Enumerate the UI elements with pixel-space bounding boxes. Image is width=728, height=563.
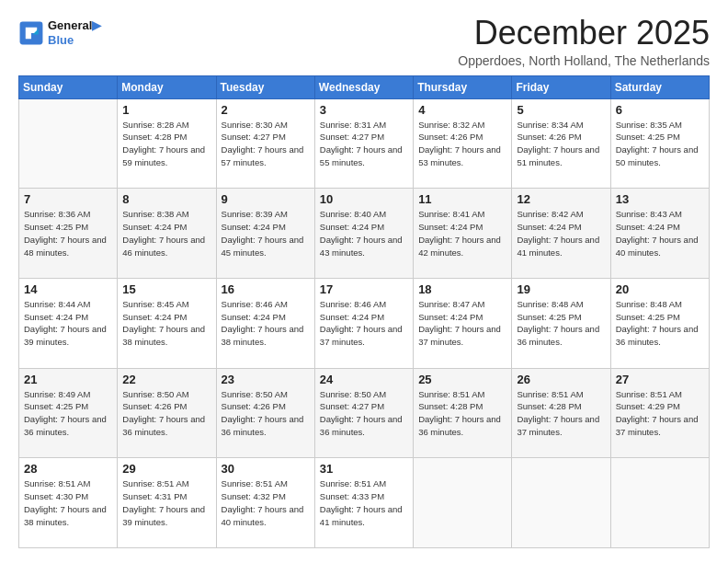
day-info: Sunrise: 8:39 AM Sunset: 4:24 PM Dayligh… (222, 208, 310, 259)
col-thursday: Thursday (414, 75, 512, 98)
header-row: Sunday Monday Tuesday Wednesday Thursday… (19, 75, 710, 98)
day-number: 10 (320, 192, 408, 206)
table-row: 25Sunrise: 8:51 AM Sunset: 4:28 PM Dayli… (414, 368, 512, 458)
day-number: 14 (24, 282, 112, 296)
day-number: 17 (320, 282, 408, 296)
day-number: 11 (418, 192, 506, 206)
day-number: 7 (24, 192, 112, 206)
table-row: 4Sunrise: 8:32 AM Sunset: 4:26 PM Daylig… (414, 98, 512, 189)
day-number: 23 (222, 373, 310, 386)
day-number: 26 (517, 373, 605, 386)
day-number: 9 (222, 192, 310, 206)
logo-icon (18, 20, 44, 46)
day-info: Sunrise: 8:40 AM Sunset: 4:24 PM Dayligh… (320, 208, 408, 259)
table-row: 13Sunrise: 8:43 AM Sunset: 4:24 PM Dayli… (610, 189, 709, 279)
table-row: 31Sunrise: 8:51 AM Sunset: 4:33 PM Dayli… (314, 458, 413, 548)
day-number: 12 (517, 192, 605, 206)
month-title: December 2025 (458, 15, 710, 52)
table-row: 5Sunrise: 8:34 AM Sunset: 4:26 PM Daylig… (512, 98, 610, 189)
col-saturday: Saturday (610, 75, 709, 98)
day-number: 25 (418, 373, 506, 386)
day-info: Sunrise: 8:46 AM Sunset: 4:24 PM Dayligh… (222, 298, 310, 349)
day-info: Sunrise: 8:48 AM Sunset: 4:25 PM Dayligh… (517, 298, 605, 349)
table-row: 19Sunrise: 8:48 AM Sunset: 4:25 PM Dayli… (512, 278, 610, 368)
table-row: 18Sunrise: 8:47 AM Sunset: 4:24 PM Dayli… (414, 278, 512, 368)
day-number: 22 (122, 373, 210, 386)
day-number: 29 (122, 462, 210, 476)
table-row: 28Sunrise: 8:51 AM Sunset: 4:30 PM Dayli… (19, 458, 118, 548)
table-row: 24Sunrise: 8:50 AM Sunset: 4:27 PM Dayli… (314, 368, 413, 458)
table-row: 30Sunrise: 8:51 AM Sunset: 4:32 PM Dayli… (216, 458, 314, 548)
day-info: Sunrise: 8:35 AM Sunset: 4:25 PM Dayligh… (616, 119, 704, 169)
table-row: 22Sunrise: 8:50 AM Sunset: 4:26 PM Dayli… (118, 368, 216, 458)
table-row (512, 458, 610, 548)
logo-text: General▶ Blue (48, 18, 101, 47)
day-info: Sunrise: 8:46 AM Sunset: 4:24 PM Dayligh… (320, 298, 408, 349)
table-row: 1Sunrise: 8:28 AM Sunset: 4:28 PM Daylig… (118, 98, 216, 189)
day-info: Sunrise: 8:51 AM Sunset: 4:29 PM Dayligh… (616, 388, 704, 439)
col-friday: Friday (512, 75, 610, 98)
day-number: 28 (24, 462, 112, 476)
table-row: 12Sunrise: 8:42 AM Sunset: 4:24 PM Dayli… (512, 189, 610, 279)
table-row: 27Sunrise: 8:51 AM Sunset: 4:29 PM Dayli… (610, 368, 709, 458)
day-number: 4 (418, 103, 506, 117)
calendar: Sunday Monday Tuesday Wednesday Thursday… (18, 75, 710, 548)
table-row: 16Sunrise: 8:46 AM Sunset: 4:24 PM Dayli… (216, 278, 314, 368)
table-row: 21Sunrise: 8:49 AM Sunset: 4:25 PM Dayli… (19, 368, 118, 458)
day-info: Sunrise: 8:51 AM Sunset: 4:32 PM Dayligh… (222, 477, 310, 528)
day-info: Sunrise: 8:51 AM Sunset: 4:31 PM Dayligh… (122, 477, 210, 528)
day-info: Sunrise: 8:31 AM Sunset: 4:27 PM Dayligh… (320, 119, 408, 169)
col-sunday: Sunday (19, 75, 118, 98)
day-info: Sunrise: 8:47 AM Sunset: 4:24 PM Dayligh… (418, 298, 506, 349)
day-info: Sunrise: 8:36 AM Sunset: 4:25 PM Dayligh… (24, 208, 112, 259)
col-tuesday: Tuesday (216, 75, 314, 98)
day-info: Sunrise: 8:50 AM Sunset: 4:27 PM Dayligh… (320, 388, 408, 439)
day-number: 30 (222, 462, 310, 476)
logo: General▶ Blue (18, 18, 101, 47)
table-row: 29Sunrise: 8:51 AM Sunset: 4:31 PM Dayli… (118, 458, 216, 548)
table-row (414, 458, 512, 548)
table-row: 9Sunrise: 8:39 AM Sunset: 4:24 PM Daylig… (216, 189, 314, 279)
table-row: 6Sunrise: 8:35 AM Sunset: 4:25 PM Daylig… (610, 98, 709, 189)
day-number: 13 (616, 192, 704, 206)
day-info: Sunrise: 8:42 AM Sunset: 4:24 PM Dayligh… (517, 208, 605, 259)
day-number: 3 (320, 103, 408, 117)
day-info: Sunrise: 8:50 AM Sunset: 4:26 PM Dayligh… (122, 388, 210, 439)
day-info: Sunrise: 8:51 AM Sunset: 4:30 PM Dayligh… (24, 477, 112, 528)
day-info: Sunrise: 8:51 AM Sunset: 4:28 PM Dayligh… (517, 388, 605, 439)
day-number: 20 (616, 282, 704, 296)
table-row: 10Sunrise: 8:40 AM Sunset: 4:24 PM Dayli… (314, 189, 413, 279)
day-number: 6 (616, 103, 704, 117)
day-number: 18 (418, 282, 506, 296)
day-info: Sunrise: 8:38 AM Sunset: 4:24 PM Dayligh… (122, 208, 210, 259)
table-row: 20Sunrise: 8:48 AM Sunset: 4:25 PM Dayli… (610, 278, 709, 368)
day-info: Sunrise: 8:51 AM Sunset: 4:28 PM Dayligh… (418, 388, 506, 439)
page: General▶ Blue December 2025 Opperdoes, N… (0, 0, 728, 563)
day-number: 24 (320, 373, 408, 386)
table-row: 8Sunrise: 8:38 AM Sunset: 4:24 PM Daylig… (118, 189, 216, 279)
table-row: 7Sunrise: 8:36 AM Sunset: 4:25 PM Daylig… (19, 189, 118, 279)
col-monday: Monday (118, 75, 216, 98)
day-number: 31 (320, 462, 408, 476)
day-info: Sunrise: 8:43 AM Sunset: 4:24 PM Dayligh… (616, 208, 704, 259)
col-wednesday: Wednesday (314, 75, 413, 98)
day-info: Sunrise: 8:41 AM Sunset: 4:24 PM Dayligh… (418, 208, 506, 259)
day-number: 19 (517, 282, 605, 296)
day-info: Sunrise: 8:51 AM Sunset: 4:33 PM Dayligh… (320, 477, 408, 528)
table-row (19, 98, 118, 189)
table-row: 15Sunrise: 8:45 AM Sunset: 4:24 PM Dayli… (118, 278, 216, 368)
day-number: 8 (122, 192, 210, 206)
table-row: 26Sunrise: 8:51 AM Sunset: 4:28 PM Dayli… (512, 368, 610, 458)
day-number: 2 (222, 103, 310, 117)
day-info: Sunrise: 8:49 AM Sunset: 4:25 PM Dayligh… (24, 388, 112, 439)
day-info: Sunrise: 8:44 AM Sunset: 4:24 PM Dayligh… (24, 298, 112, 349)
day-number: 16 (222, 282, 310, 296)
day-info: Sunrise: 8:34 AM Sunset: 4:26 PM Dayligh… (517, 119, 605, 169)
day-number: 5 (517, 103, 605, 117)
day-info: Sunrise: 8:48 AM Sunset: 4:25 PM Dayligh… (616, 298, 704, 349)
table-row: 2Sunrise: 8:30 AM Sunset: 4:27 PM Daylig… (216, 98, 314, 189)
table-row: 17Sunrise: 8:46 AM Sunset: 4:24 PM Dayli… (314, 278, 413, 368)
table-row (610, 458, 709, 548)
day-number: 27 (616, 373, 704, 386)
day-info: Sunrise: 8:45 AM Sunset: 4:24 PM Dayligh… (122, 298, 210, 349)
